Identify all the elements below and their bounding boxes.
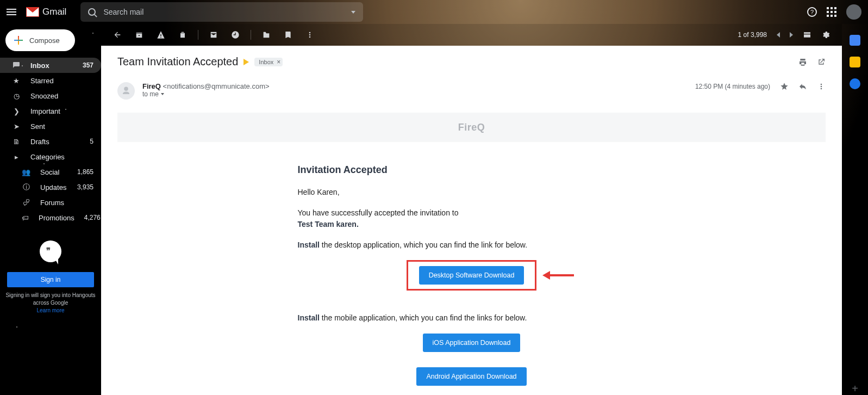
plus-icon [14,36,23,45]
caret-right-icon: ▸ [12,153,21,161]
sidebar-cat-social[interactable]: 👥 Social 1,865 [3,164,101,180]
sender-line: FireQ <notifications@qmmunicate.com> [142,82,270,90]
clock-icon: ◷ [12,92,21,100]
message-toolbar: 1 of 3,998 [101,24,842,46]
label-chip[interactable]: Inbox × [254,58,283,66]
annotation-arrow-icon [542,271,574,280]
body-install-desktop: Install the desktop application, which y… [298,239,646,251]
drafts-icon: 🗎 [12,138,21,146]
input-tools-icon[interactable] [803,30,811,39]
important-icon: ❯ [12,107,21,115]
sidebar-item-categories[interactable]: ▸ Categories [0,149,101,164]
hangouts-icon: ❞ [40,240,61,262]
tag-icon: 🏷 [22,214,29,222]
hangouts-learn-more-link[interactable]: Learn more [36,307,64,313]
settings-gear-icon[interactable] [821,30,830,39]
star-message-icon[interactable] [780,82,789,91]
compose-label: Compose [29,36,60,45]
hangouts-sign-in-button[interactable]: Sign in [7,272,94,287]
desktop-download-button[interactable]: Desktop Software Download [419,266,524,285]
hangouts-widget: ❞ Sign in Signing in will sign you into … [0,240,101,314]
body-greeting: Hello Karen, [298,187,646,199]
sidebar-item-inbox[interactable]: Inbox 357 [0,58,101,73]
app-header: Gmail Search mail ? [0,0,868,24]
star-icon: ★ [12,77,21,85]
sidebar-cat-forums[interactable]: 🗪 Forums [3,195,101,210]
back-icon[interactable] [113,30,122,39]
sidebar-item-starred[interactable]: ★ Starred [0,73,101,88]
google-apps-icon[interactable] [827,7,836,17]
body-heading: Invitation Accepted [298,163,646,178]
sidebar-item-count: 357 [83,61,93,69]
important-marker-icon[interactable] [243,59,249,65]
labels-icon[interactable] [284,30,292,39]
search-bar[interactable]: Search mail [80,2,363,22]
archive-icon[interactable] [135,30,143,39]
sidebar-cat-updates[interactable]: ⓘ Updates 3,935 [3,180,101,195]
sidebar-item-sent[interactable]: ➤ Sent [0,119,101,134]
forum-icon: 🗪 [22,199,30,207]
sidebar-item-drafts[interactable]: 🗎 Drafts 5 [0,134,101,149]
sidebar-item-label: Inbox [30,61,73,70]
sidebar-item-snoozed[interactable]: ◷ Snoozed [0,88,101,103]
side-panel: + [842,24,868,395]
inbox-icon [12,61,21,70]
message-counter: 1 of 3,998 [738,31,767,39]
ios-download-button[interactable]: iOS Application Download [423,334,521,352]
sidebar: Compose Inbox 357 ★ Starred ◷ Snoozed ❯ … [0,24,101,395]
spam-icon[interactable] [157,30,165,39]
account-avatar[interactable] [846,4,861,20]
gmail-logo[interactable]: Gmail [26,7,66,17]
hangouts-note: Signing in will sign you into Hangouts a… [5,292,96,314]
delete-icon[interactable] [178,30,187,39]
recipient-toggle[interactable]: to me [142,90,270,98]
newer-icon[interactable] [790,32,793,38]
sidebar-cat-promotions[interactable]: 🏷 Promotions 4,276 [3,210,101,225]
message-timestamp: 12:50 PM (4 minutes ago) [695,83,770,90]
snooze-icon[interactable] [231,30,240,39]
body-accept-line: You have successfully accepted the invit… [298,207,646,231]
calendar-addon-icon[interactable] [850,35,860,46]
gmail-icon [26,7,39,17]
tasks-addon-icon[interactable] [850,78,860,89]
message-subject: Team Invitation Accepted [117,55,238,68]
sidebar-item-important[interactable]: ❯ Important [0,103,101,119]
annotation-highlight: Desktop Software Download [407,260,537,291]
sender-avatar [117,82,135,100]
search-placeholder: Search mail [103,8,143,16]
older-icon[interactable] [777,32,780,38]
search-options-caret-icon[interactable] [351,11,355,14]
email-body: Invitation Accepted Hello Karen, You hav… [298,163,646,395]
move-to-icon[interactable] [262,30,271,39]
email-brand-header: FireQ [117,113,826,142]
android-download-button[interactable]: Android Application Download [416,367,526,386]
get-addons-icon[interactable]: + [852,382,858,395]
product-name: Gmail [42,7,66,17]
help-icon[interactable]: ? [807,7,817,17]
body-install-mobile: Install the mobile application, which yo… [298,312,646,324]
mark-unread-icon[interactable] [209,30,218,39]
message-panel: Team Invitation Accepted Inbox × Fire [101,46,842,395]
main-menu-button[interactable] [7,9,16,15]
print-icon[interactable] [798,58,807,66]
label-remove-icon[interactable]: × [277,58,280,66]
more-icon[interactable] [305,30,314,39]
send-icon: ➤ [12,122,21,131]
message-more-icon[interactable] [817,82,826,91]
search-icon [88,8,96,16]
people-icon: 👥 [22,168,30,176]
info-icon: ⓘ [22,182,30,192]
reply-icon[interactable] [798,82,807,91]
keep-addon-icon[interactable] [850,57,860,67]
label-chip-text: Inbox [259,59,273,65]
compose-button[interactable]: Compose [5,29,75,51]
open-new-window-icon[interactable] [817,58,826,66]
